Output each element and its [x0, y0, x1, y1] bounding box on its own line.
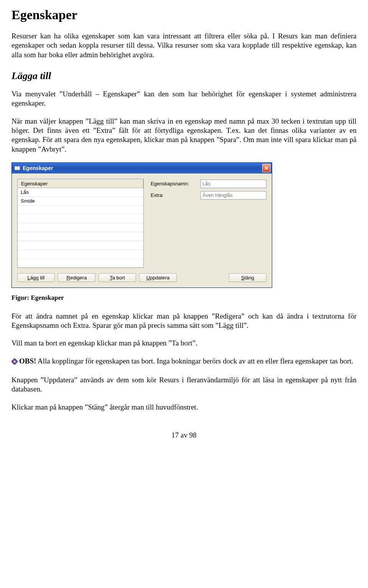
heading-lagga-till: Lägga till	[12, 70, 356, 82]
lagg-till-button[interactable]: Lägg till	[17, 273, 55, 282]
intro-paragraph: Resurser kan ha olika egenskaper som kan…	[12, 31, 356, 59]
paragraph-6: OBS! Alla kopplingar för egenskapen tas …	[12, 357, 356, 367]
paragraph-8: Klickar man på knappen ”Stäng” återgår m…	[12, 403, 356, 412]
label-extra: Extra:	[151, 192, 200, 198]
page-number: 17 av 98	[12, 431, 356, 439]
btn-rest: ägg till	[30, 275, 45, 281]
list-item[interactable]: Smide	[18, 197, 143, 206]
list-header[interactable]: Egenskaper	[18, 179, 143, 188]
titlebar: Egenskaper	[12, 163, 272, 173]
warning-icon	[12, 358, 18, 367]
stang-button[interactable]: Stäng	[229, 273, 266, 282]
list-item[interactable]: .	[18, 259, 143, 268]
paragraph-7: Knappen ”Uppdatera” används av dem som k…	[12, 375, 356, 394]
egenskaper-dialog: Egenskaper Egenskaper Lås Smide . . . . …	[12, 162, 272, 288]
paragraph-4: För att ändra namnet på en egenskap klic…	[12, 312, 356, 330]
list-item[interactable]: .	[18, 215, 143, 223]
list-item[interactable]: .	[18, 250, 143, 259]
egenskapsnamn-input[interactable]: Lås	[200, 180, 266, 188]
ta-bort-button[interactable]: Ta bort	[99, 273, 136, 282]
book-icon	[14, 165, 20, 171]
svg-point-2	[14, 361, 15, 362]
list-item[interactable]: .	[18, 223, 143, 232]
btn-rest: a bort	[112, 275, 125, 281]
list-item[interactable]: .	[18, 206, 143, 215]
close-icon	[264, 166, 268, 170]
egenskaper-listbox[interactable]: Egenskaper Lås Smide . . . . . . .	[17, 179, 144, 268]
extra-input[interactable]: Även hänglås	[200, 191, 266, 200]
list-item[interactable]: .	[18, 232, 143, 241]
close-button[interactable]	[262, 164, 271, 172]
uppdatera-button[interactable]: Uppdatera	[139, 273, 177, 282]
btn-rest: täng	[245, 275, 254, 281]
paragraph-5: Vill man ta bort en egenskap klickar man…	[12, 339, 356, 348]
list-item[interactable]: Lås	[18, 188, 143, 197]
paragraph-3: När man väljer knappen ”Lägg till” kan m…	[12, 117, 356, 154]
figure-caption: Figur: Egenskaper	[12, 294, 356, 302]
btn-rest: ppdatera	[150, 275, 169, 281]
list-item[interactable]: .	[18, 241, 143, 250]
obs-label: OBS!	[19, 357, 36, 365]
label-egenskapsnamn: Egenskapsnamn:	[151, 181, 200, 187]
redigera-button[interactable]: Redigera	[58, 273, 95, 282]
paragraph-2: Via menyvalet ”Underhåll – Egenskaper” k…	[12, 89, 356, 108]
heading-egenskaper: Egenskaper	[12, 8, 356, 22]
btn-rest: edigera	[70, 275, 87, 281]
obs-rest: Alla kopplingar för egenskapen tas bort.…	[36, 357, 353, 365]
dialog-title: Egenskaper	[23, 165, 262, 171]
